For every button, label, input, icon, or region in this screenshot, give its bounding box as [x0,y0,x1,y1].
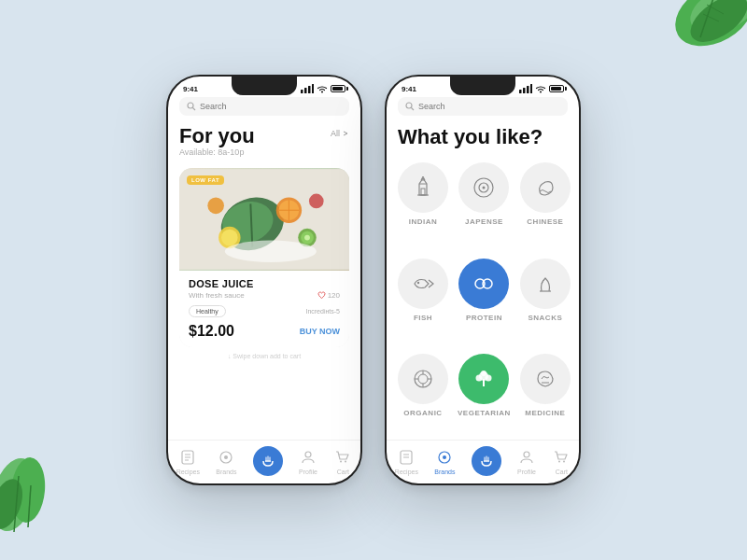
snacks-label: SNACKS [528,314,562,322]
for-you-title: For you [179,125,255,147]
food-desc-row: With fresh sauce 120 [189,291,340,300]
nav-profile-1[interactable]: Profile [299,448,317,475]
nav-recipes-1[interactable]: Recipes [176,448,200,475]
nav-brands-1[interactable]: Brands [216,448,236,475]
shopping-cart-icon-1 [335,450,350,465]
nav-recipes-2[interactable]: Recipes [395,448,418,475]
svg-point-55 [417,281,419,283]
profile-icon-2 [517,448,536,467]
shopping-cart-icon-2 [554,450,569,465]
search-input-1[interactable] [200,102,342,111]
wifi-icon-2 [535,85,546,93]
category-japanese[interactable]: JAPENSE [458,162,511,248]
recipe-icon-2 [399,450,414,465]
profile-icon-1 [299,448,317,467]
svg-rect-44 [523,88,526,93]
brands-icon-1 [217,448,235,467]
bottom-nav-1: Recipes Brands [168,440,360,483]
target-icon [471,175,497,201]
chinese-label: CHINESE [527,217,563,226]
nav-cart-1[interactable]: Cart [333,448,352,475]
search-input-2[interactable] [418,102,560,111]
search-bar-1[interactable] [179,97,349,116]
nav-profile-2[interactable]: Profile [517,448,536,475]
recipes-icon-1 [178,448,197,467]
category-snacks[interactable]: SNACKS [520,259,571,344]
brands-icon-svg [218,450,233,465]
indian-label: INDIAN [409,217,438,226]
chevron-right-icon [342,130,349,137]
wifi-icon-1 [317,85,328,93]
svg-point-42 [345,460,346,462]
organic-circle [398,354,448,404]
svg-rect-14 [312,84,314,93]
protein-icon [471,271,497,297]
svg-rect-11 [301,90,303,93]
nav-active-icon-2 [472,446,501,476]
time-2: 9:41 [402,85,416,93]
phone-2: 9:41 [385,75,581,485]
svg-point-26 [221,230,238,246]
food-details: DOSE JUICE With fresh sauce 120 Healthy … [179,271,349,347]
svg-rect-12 [304,88,307,93]
category-indian[interactable]: INDIAN [398,162,448,248]
fish-icon [410,271,436,297]
signal-icon-2 [519,84,532,93]
food-desc: With fresh sauce [189,291,245,300]
nav-label-profile-2: Profile [517,469,536,475]
cart-icon-1 [333,448,352,467]
search-bar-2[interactable] [398,97,568,116]
svg-line-16 [193,108,196,111]
phone-1: 9:41 [166,75,362,485]
svg-rect-46 [530,84,532,93]
tag-healthy: Healthy [189,305,226,317]
organic-label: ORGANIC [403,409,442,417]
vegetarian-label: VEGETARIAN [458,409,511,417]
search-icon-2 [405,102,415,111]
category-chinese[interactable]: CHINESE [520,162,571,248]
categories-grid: INDIAN JAPENSE [398,162,568,440]
snacks-circle [520,259,571,309]
nav-brands-2[interactable]: Brands [434,448,455,475]
brands-icon-svg-2 [437,450,452,465]
nav-active-1[interactable] [253,446,283,476]
svg-point-31 [309,194,324,209]
category-organic[interactable]: ORGANIC [398,354,448,440]
low-fat-badge: LOW FAT [187,175,224,185]
nav-cart-2[interactable]: Cart [552,448,571,475]
nav-label-cart-1: Cart [337,469,349,475]
dumpling-icon [532,175,558,201]
svg-line-48 [412,108,415,111]
broccoli-icon [471,366,497,392]
food-card[interactable]: LOW FAT [179,168,349,347]
nav-active-2[interactable] [472,446,501,476]
bowl-icon-2 [479,454,494,469]
svg-point-64 [481,371,486,376]
category-vegetarian[interactable]: VEGETARIAN [458,354,511,440]
svg-rect-43 [519,90,522,93]
svg-point-72 [524,452,529,457]
protein-circle [458,259,509,309]
price-row: $12.00 BUY NOW [189,323,340,340]
person-icon-2 [519,450,534,465]
temple-icon [410,175,436,201]
buy-now-button[interactable]: BUY NOW [300,327,340,336]
svg-rect-49 [421,189,425,195]
bowl-icon-1 [261,454,275,469]
search-icon-1 [187,102,196,111]
food-name: DOSE JUICE [189,278,340,289]
indian-circle [398,162,448,213]
ingredients-text: Incrediнts-5 [305,308,340,315]
tags-row: Healthy Incrediнts-5 [189,305,340,317]
category-protein[interactable]: PROTEIN [458,259,511,344]
chinese-circle [520,162,571,213]
nav-label-brands-2: Brands [434,469,455,475]
svg-rect-45 [527,86,529,93]
category-medicine[interactable]: MEDICINE [520,354,571,440]
category-fish[interactable]: FISH [398,259,448,344]
all-link[interactable]: All [331,129,349,138]
svg-point-30 [225,241,317,262]
section-header-1: For you Available: 8a-10p All [179,125,349,164]
available-text: Available: 8a-10p [179,147,255,157]
svg-point-41 [340,460,342,462]
